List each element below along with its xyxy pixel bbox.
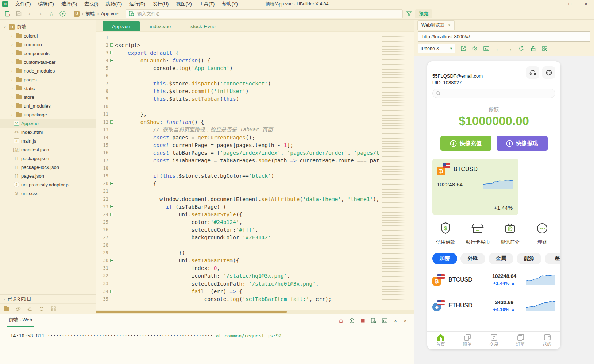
minimize-button[interactable]: – [546, 1, 562, 7]
terminal-icon[interactable] [381, 317, 388, 324]
breadcrumb-project[interactable]: 前端 [85, 11, 95, 17]
tree-project-root[interactable]: ˅U前端 [0, 23, 96, 31]
menu-item-3[interactable]: 查找(I) [81, 0, 102, 8]
browser-tab-close-icon[interactable]: × [448, 23, 451, 28]
maximize-button[interactable]: □ [562, 1, 578, 7]
tree-file-manifest.json[interactable]: [@]manifest.json [0, 145, 96, 154]
feature-tv-play[interactable]: 视讯简介 [494, 222, 526, 245]
nav-back-icon[interactable]: ← [494, 44, 502, 53]
editor-tab-stock-F.vue[interactable]: stock-F.vue [181, 21, 225, 31]
stop-icon[interactable] [359, 317, 366, 324]
tree-folder-static[interactable]: ›static [0, 84, 96, 93]
market-tab-4[interactable]: 差價合 [545, 253, 560, 264]
nav-wallet[interactable]: 我的 [534, 334, 560, 347]
refresh-icon[interactable] [517, 44, 525, 53]
tree-folder-unpackage[interactable]: ›unpackage [0, 110, 96, 119]
tree-file-package.json[interactable]: [ ]package.json [0, 154, 96, 163]
market-tab-1[interactable]: 外匯 [460, 253, 485, 264]
tree-file-uni.scss[interactable]: Suni.scss [0, 189, 96, 198]
device-select[interactable]: iPhone X ▼ [418, 44, 455, 53]
folder-tool-icon[interactable] [4, 306, 9, 312]
fold-marker-icon[interactable] [110, 259, 113, 262]
market-row-BTCUSD[interactable]: ₿BTCUSD102248.64+1.44% ▲ [427, 267, 560, 293]
menu-item-9[interactable]: 帮助(Y) [218, 0, 241, 8]
file-search-input[interactable] [137, 11, 400, 16]
qr-code-icon[interactable] [541, 44, 549, 53]
back-icon[interactable]: ‹ [25, 10, 34, 18]
preview-button[interactable]: 预览 [415, 9, 432, 18]
withdraw-button[interactable]: 快捷提现 [497, 136, 548, 151]
menu-item-4[interactable]: 跳转(G) [102, 0, 126, 8]
market-tab-3[interactable]: 能源 [517, 253, 541, 264]
tree-file-index.html[interactable]: <>index.html [0, 128, 96, 136]
fold-marker-icon[interactable] [110, 213, 113, 216]
menu-item-7[interactable]: 视图(V) [172, 0, 195, 8]
fold-marker-icon[interactable] [110, 290, 113, 293]
bug-tool-icon[interactable] [27, 306, 33, 312]
log-source-link[interactable]: at common/request.js:92 [216, 333, 282, 338]
tree-folder-uni_modules[interactable]: ›uni_modules [0, 101, 96, 110]
tree-file-App.vue[interactable]: VApp.vue [0, 119, 96, 128]
menu-item-0[interactable]: 文件(F) [12, 0, 35, 8]
find-in-log-icon[interactable] [370, 317, 377, 324]
fold-marker-icon[interactable] [110, 120, 113, 124]
tree-folder-custom-tab-bar[interactable]: ›custom-tab-bar [0, 58, 96, 66]
close-button[interactable]: × [578, 1, 594, 7]
tree-folder-colorui[interactable]: ›colorui [0, 31, 96, 40]
closed-projects-row[interactable]: › 已关闭项目 [0, 295, 96, 303]
featured-market-card[interactable]: ₿ BTCUSD 102248.64 +1.44% [432, 159, 518, 215]
language-globe-icon[interactable] [542, 66, 555, 79]
feature-atm[interactable]: 银行卡买币 [462, 222, 494, 245]
nav-orders[interactable]: 訂單 [507, 334, 534, 348]
run-icon[interactable] [58, 10, 67, 18]
support-headset-icon[interactable] [526, 66, 539, 79]
menu-item-1[interactable]: 编辑(E) [35, 0, 58, 8]
restart-icon[interactable] [348, 317, 355, 324]
tree-folder-store[interactable]: ›store [0, 93, 96, 101]
fold-marker-icon[interactable] [110, 182, 113, 185]
fold-marker-icon[interactable] [110, 43, 113, 47]
fold-marker-icon[interactable] [110, 59, 113, 62]
tree-folder-pages[interactable]: ›pages [0, 75, 96, 84]
nav-home[interactable]: 首頁 [427, 334, 454, 348]
coins-tool-icon[interactable] [15, 306, 21, 312]
tree-file-pages.json[interactable]: [ ]pages.json [0, 171, 96, 180]
menu-item-8[interactable]: 工具(T) [196, 0, 219, 8]
console-tab[interactable]: 前端 - Web [7, 314, 34, 327]
editor-tab-index.vue[interactable]: index.vue [140, 21, 181, 31]
tree-folder-node_modules[interactable]: ›node_modules [0, 66, 96, 75]
new-file-icon[interactable] [3, 10, 12, 18]
minimap[interactable] [379, 32, 414, 310]
code-area[interactable]: 12<script>3 export default {4 onLaunch: … [96, 32, 379, 310]
collapse-panel-icon[interactable]: ∧ [392, 317, 399, 324]
browser-tab[interactable]: Web浏览器 × [417, 20, 455, 30]
nav-copy[interactable]: 跟单 [454, 334, 481, 348]
nav-forward-icon[interactable]: → [506, 44, 514, 53]
grid-tool-icon[interactable] [50, 306, 56, 312]
tree-file-package-lock.json[interactable]: [ ]package-lock.json [0, 163, 96, 171]
market-tab-2[interactable]: 金屬 [489, 253, 513, 264]
filter-icon[interactable] [404, 10, 414, 18]
feature-more-circle[interactable]: 理财 [526, 222, 558, 245]
market-row-ETHUSD[interactable]: ◆ETHUSD3432.69+4.10% ▲ [427, 293, 560, 318]
menu-item-6[interactable]: 发行(U) [149, 0, 172, 8]
bookmark-star-icon[interactable]: ☆ [47, 10, 56, 18]
market-tab-0[interactable]: 加密 [432, 253, 457, 264]
phone-search-input[interactable] [432, 89, 555, 98]
feature-shield-dollar[interactable]: $信用借款 [429, 222, 462, 245]
save-icon[interactable] [14, 10, 23, 18]
menu-item-2[interactable]: 选择(S) [58, 0, 81, 8]
open-external-icon[interactable] [459, 44, 467, 53]
settings-gear-icon[interactable] [471, 44, 479, 53]
tree-folder-components[interactable]: ›components [0, 49, 96, 58]
lock-icon[interactable] [529, 44, 537, 53]
fold-marker-icon[interactable] [110, 51, 113, 54]
tree-file-main.js[interactable]: Jmain.js [0, 136, 96, 145]
menu-item-5[interactable]: 运行(R) [126, 0, 149, 8]
horizontal-scrollbar[interactable] [96, 310, 414, 314]
fold-marker-icon[interactable] [110, 205, 113, 208]
sync-tool-icon[interactable] [39, 306, 45, 312]
url-input[interactable]: http://localhost:8000/#/ [418, 31, 590, 42]
breadcrumb-file[interactable]: App.vue [101, 11, 119, 16]
forward-icon[interactable]: › [36, 10, 45, 18]
